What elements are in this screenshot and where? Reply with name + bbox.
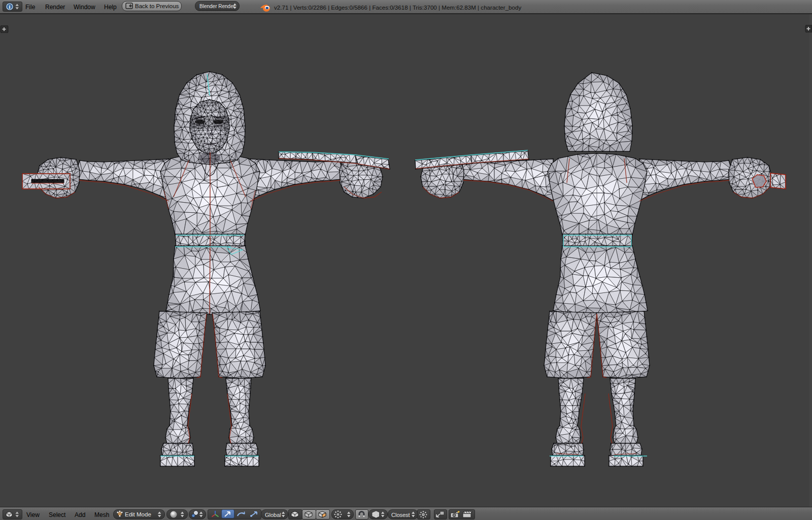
svg-text:i: i [9,4,11,10]
